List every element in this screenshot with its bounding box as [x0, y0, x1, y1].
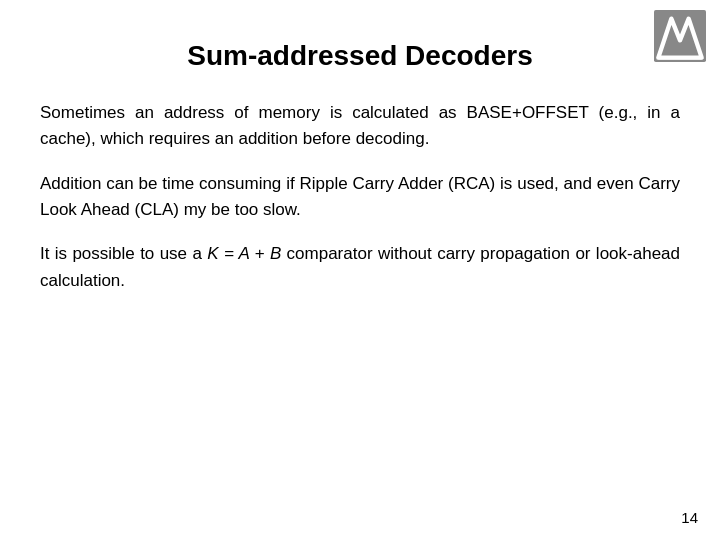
paragraph-2: Addition can be time consuming if Ripple…	[40, 171, 680, 224]
logo	[654, 10, 706, 62]
paragraph-3-math: K = A + B	[207, 244, 281, 263]
paragraph-3-text: It is possible to use a K = A + B compar…	[40, 241, 680, 294]
paragraph-3-before: It is possible to use a	[40, 244, 207, 263]
slide-title: Sum-addressed Decoders	[40, 40, 680, 72]
slide-content: Sometimes an address of memory is calcul…	[40, 100, 680, 294]
paragraph-3: It is possible to use a K = A + B compar…	[40, 241, 680, 294]
slide: Sum-addressed Decoders Sometimes an addr…	[0, 0, 720, 540]
paragraph-2-text: Addition can be time consuming if Ripple…	[40, 171, 680, 224]
page-number: 14	[681, 509, 698, 526]
paragraph-1: Sometimes an address of memory is calcul…	[40, 100, 680, 153]
paragraph-1-text: Sometimes an address of memory is calcul…	[40, 100, 680, 153]
